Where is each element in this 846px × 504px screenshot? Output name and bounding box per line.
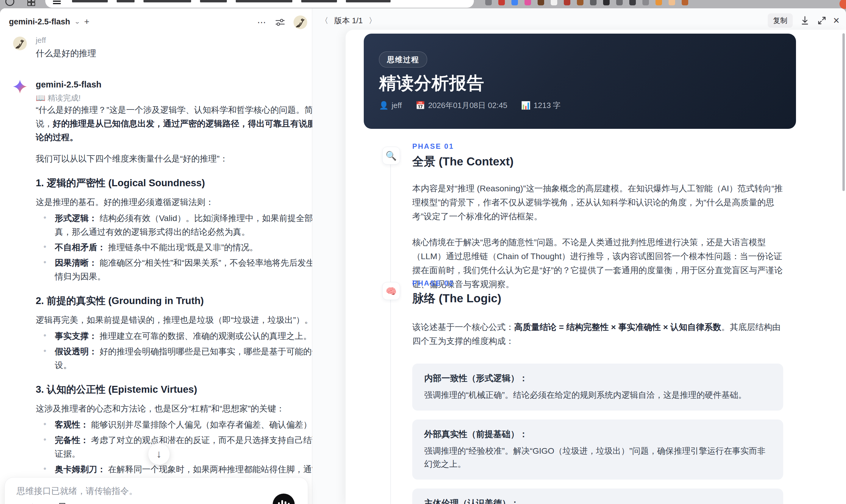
list-item: 事实支撑： 推理建立在可靠的数据、准确的观测或公认的真理之上。 [55,329,335,343]
version-label: 版本 1/1 [334,16,363,26]
badge: 思维过程 [379,52,427,68]
extension-icon[interactable] [669,0,675,5]
menu-icon [53,1,61,2]
extension-icon[interactable] [616,0,623,5]
extension-icon[interactable] [629,0,636,5]
app-window: gemini-2.5-flash ⌄ + ⋯ [0,8,846,504]
extension-icon[interactable] [525,0,531,5]
extension-icons[interactable] [485,0,688,5]
list-item: 不自相矛盾： 推理链条中不能出现“既是又非”的情况。 [55,240,335,254]
arrow-down-icon: ↓ [156,448,162,460]
bookmark-icon[interactable] [58,503,66,504]
scrollbar[interactable] [842,33,845,191]
phase-2-label: PHASE 02 [412,279,783,287]
assistant-message: “什么是好的推理？”这是一个涉及逻辑学、认知科学和哲学核心的问题。简单来说，好的… [36,103,335,504]
extension-icon[interactable] [564,0,570,5]
tune-icon[interactable] [275,18,285,27]
chat-header: gemini-2.5-flash ⌄ + [9,17,89,27]
phase-2-title: 脉络 (The Logic) [412,290,783,306]
wordcount-meta: 📊1213 字 [521,100,561,111]
grid-icon[interactable] [28,0,35,6]
copy-button[interactable]: 复制 [768,13,793,28]
section-intro-2: 逻辑再完美，如果前提是错误的，推理也是垃圾（即“垃圾进，垃圾出”）。 [36,313,335,327]
attach-plus-icon[interactable]: + [16,503,23,504]
next-version-icon[interactable]: 〉 [369,16,376,26]
timeline-line [390,163,391,282]
artifact-toolbar: 〈 版本 1/1 〉 复制 × [321,14,840,28]
report-meta: 👤jeff 📅2026年01月08日 02:45 📊1213 字 [379,100,561,111]
phase-1-paragraph: 本内容是对“推理 (Reasoning)”这一抽象概念的高层建模。在知识爆炸与人… [412,181,783,223]
extension-icon[interactable] [485,0,492,5]
report-title: 精读分析报告 [379,72,484,95]
fullscreen-icon[interactable] [817,16,827,25]
author-meta: 👤jeff [379,101,402,110]
lead-paragraph: 我们可以从以下四个维度来衡量什么是“好的推理”： [36,152,335,165]
extension-icon[interactable] [603,0,610,5]
extension-icon[interactable] [655,0,662,5]
chat-pane: gemini-2.5-flash ⌄ + ⋯ [0,8,312,504]
date-meta: 📅2026年01月08日 02:45 [416,100,507,111]
avatar[interactable] [294,16,307,29]
chart-icon: 📊 [521,101,530,110]
address-bar[interactable] [45,0,474,8]
more-options-icon[interactable]: ⋯ [257,19,267,25]
composer-placeholder[interactable]: 思维接口已就绪，请传输指令。 [17,485,138,497]
model-selector[interactable]: gemini-2.5-flash [9,17,70,26]
extension-icon[interactable] [498,0,505,5]
record-icon[interactable] [5,0,14,6]
phase-1-title: 全景 (The Context) [412,154,783,169]
timeline-line [390,299,391,504]
section-heading-2: 2. 前提的真实性 (Grounding in Truth) [36,294,335,308]
browser-toolbar [0,0,846,8]
extension-icon[interactable] [537,0,544,5]
intro-paragraph: “什么是好的推理？”这是一个涉及逻辑学、认知科学和哲学核心的问题。简单来说，好的… [36,103,335,144]
section-heading-1: 1. 逻辑的严密性 (Logical Soundness) [36,176,335,190]
user-avatar [13,37,27,50]
assistant-name: gemini-2.5-flash [36,80,102,90]
section-heading-3: 3. 认知的公正性 (Epistemic Virtues) [36,383,335,396]
phase-2-paragraph: 该论述基于一个核心公式：高质量结论 = 结构完整性 × 事实准确性 × 认知自律… [412,320,783,348]
extension-icon[interactable] [682,0,688,5]
phase-2-block: PHASE 02 脉络 (The Logic) 该论述基于一个核心公式：高质量结… [412,279,783,504]
close-icon[interactable]: × [833,16,840,25]
prev-version-icon[interactable]: 〈 [321,16,328,26]
composer-actions: + ❖ [16,503,66,504]
version-nav: 〈 版本 1/1 〉 [321,16,376,26]
extension-icon[interactable] [511,0,518,5]
brain-icon: 🧠 [382,282,400,300]
artifact-pane: 〈 版本 1/1 〉 复制 × 思维过程 精读分析报告 👤jeff [312,8,846,504]
extension-icon[interactable] [551,0,557,5]
list-item: 因果清晰： 能准确区分“相关性”和“因果关系”，不会轻率地将先后发生的事情归为因… [55,256,335,283]
sparkle-icon[interactable]: ❖ [42,503,50,504]
scroll-to-bottom-button[interactable]: ↓ [148,443,170,465]
dimension-card: 主体伦理（认识美德）： 转向推理者的心理特征。引入奥卡姆剃刀和反向论证，旨在克服… [412,488,783,504]
extension-icon[interactable] [590,0,597,5]
new-chat-button[interactable]: + [84,17,90,27]
extension-icon[interactable] [577,0,583,5]
dimension-card: 内部一致性（形式逻辑）： 强调推理的“机械正确”。结论必须在给定的规则系统内逻辑… [412,364,783,411]
user-message: 什么是好的推理 [36,48,96,59]
assistant-status: 📖 精读完成! [36,93,81,103]
bullet-list-1: 形式逻辑： 结构必须有效（Valid）。比如演绎推理中，如果前提全部为真，那么通… [36,211,335,283]
composer[interactable]: 思维接口已就绪，请传输指令。 + ❖ [4,477,308,504]
artifact-document: 思维过程 精读分析报告 👤jeff 📅2026年01月08日 02:45 📊12… [346,30,846,504]
profile-dot-icon[interactable] [840,0,846,9]
phase-1-block: PHASE 01 全景 (The Context) 本内容是对“推理 (Reas… [412,142,783,291]
download-icon[interactable] [800,16,809,25]
list-item: 假设透明： 好的推理会明确指明哪些是已知事实，哪些是基于可能的假设。 [55,344,335,372]
dimension-card: 外部真实性（前提基础）： 强调推理的“经验校准”。解决“GIGO（垃圾进，垃圾出… [412,419,783,480]
list-item: 形式逻辑： 结构必须有效（Valid）。比如演绎推理中，如果前提全部为真，那么通… [55,211,335,239]
magnifier-icon: 🔍 [382,147,400,164]
section-intro-3: 这涉及推理者的心态和方法论，也是区分“杠精”和“思想家”的关键： [36,402,335,415]
section-intro-1: 这是推理的基石。好的推理必须遵循逻辑法则： [36,195,335,209]
list-item: 完备性： 考虑了对立的观点和潜在的反证，而不是只选择支持自己结论的证据。 [55,433,335,461]
user-name: jeff [36,36,46,45]
phase-1-label: PHASE 01 [412,142,783,150]
calendar-icon: 📅 [416,101,425,110]
gemini-logo-icon [13,79,28,94]
voice-input-button[interactable] [273,493,295,504]
extension-icon[interactable] [642,0,649,5]
chevron-down-icon[interactable]: ⌄ [74,18,81,25]
chat-header-actions: ⋯ [257,16,307,29]
bullet-list-2: 事实支撑： 推理建立在可靠的数据、准确的观测或公认的真理之上。 假设透明： 好的… [36,329,335,372]
